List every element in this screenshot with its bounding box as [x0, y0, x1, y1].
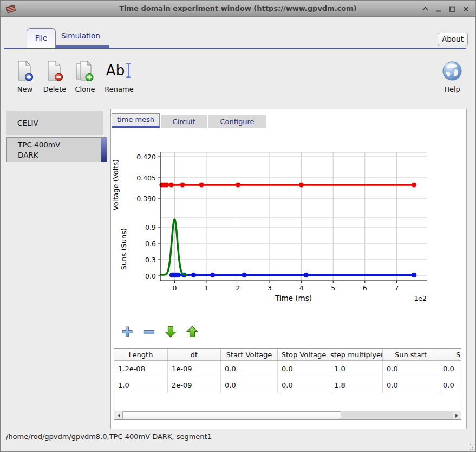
- segment-editor-toolbar: [120, 324, 199, 339]
- new-button[interactable]: New: [12, 60, 37, 93]
- ribbon-tab-simulation[interactable]: Simulation: [61, 31, 100, 40]
- add-segment-icon[interactable]: [120, 324, 134, 339]
- scrollbar-handle[interactable]: [122, 411, 341, 419]
- shade-icon[interactable]: [421, 5, 429, 13]
- table-row: 1.02e-090.00.01.80.00.0: [114, 377, 461, 393]
- svg-text:0: 0: [172, 284, 177, 292]
- close-icon[interactable]: [462, 5, 470, 13]
- scroll-right-icon[interactable]: [453, 411, 461, 419]
- titlebar[interactable]: Time domain experiment window (https://w…: [1, 1, 475, 17]
- resize-grip[interactable]: [470, 444, 471, 445]
- table-cell[interactable]: 0.0: [383, 361, 439, 377]
- maximize-icon[interactable]: [448, 5, 457, 13]
- table-body: 1.2e-081e-090.00.01.00.00.01.02e-090.00.…: [114, 361, 461, 393]
- svg-text:4: 4: [299, 284, 304, 292]
- column-header: Start Voltage: [221, 349, 278, 360]
- clone-button[interactable]: Clone: [71, 60, 99, 93]
- svg-text:2: 2: [236, 284, 240, 292]
- rename-button[interactable]: Ab Rename: [102, 60, 136, 93]
- horizontal-scrollbar[interactable]: [114, 411, 461, 419]
- window-title: Time domain experiment window (https://w…: [1, 1, 475, 17]
- new-label: New: [12, 85, 37, 93]
- svg-text:0.420: 0.420: [136, 153, 156, 161]
- svg-text:1e2: 1e2: [414, 294, 427, 302]
- remove-segment-icon[interactable]: [142, 324, 156, 339]
- table-cell[interactable]: 1e-09: [168, 361, 221, 377]
- delete-button[interactable]: Delete: [41, 60, 69, 93]
- move-up-icon[interactable]: [185, 324, 199, 339]
- ribbon-tab-file[interactable]: File: [27, 28, 56, 48]
- about-button[interactable]: About: [438, 33, 468, 46]
- svg-text:Suns (Suns): Suns (Suns): [120, 228, 128, 270]
- help-label: Help: [439, 85, 465, 93]
- svg-text:0.405: 0.405: [136, 174, 156, 182]
- selection-strip: [101, 138, 107, 162]
- app-window: Time domain experiment window (https://w…: [0, 0, 476, 452]
- svg-text:5: 5: [331, 284, 335, 292]
- table-cell[interactable]: 1.8: [330, 377, 383, 393]
- svg-text:0.9: 0.9: [145, 223, 156, 231]
- document-copy-icon: [71, 60, 99, 85]
- column-header: Stop Voltage: [278, 349, 330, 360]
- table-cell[interactable]: 0.0: [221, 361, 278, 377]
- rename-cursor-icon: Ab: [102, 60, 136, 85]
- column-header: step multiplyer: [330, 349, 383, 360]
- table-cell[interactable]: 1.0: [330, 361, 383, 377]
- svg-text:0.6: 0.6: [145, 240, 156, 248]
- time-mesh-chart: 0.3900.4050.420Voltage (Volts)0.00.30.60…: [112, 131, 460, 318]
- clone-label: Clone: [71, 85, 99, 93]
- table-cell[interactable]: 1.0: [114, 377, 168, 393]
- table-cell[interactable]: 1.2e-08: [114, 361, 168, 377]
- table-cell[interactable]: 0.0: [439, 377, 461, 393]
- document-add-icon: [12, 60, 37, 85]
- status-path: /home/rod/gpvdm/gpvdm8.0,TPC 400mV DARK,…: [6, 432, 212, 441]
- delete-label: Delete: [41, 85, 69, 93]
- ribbon-divider: [4, 48, 466, 49]
- svg-text:Time (ms): Time (ms): [275, 294, 312, 302]
- column-header: Length: [114, 349, 168, 360]
- globe-icon: [439, 60, 465, 85]
- column-header: Sun start: [383, 349, 439, 360]
- table-row: 1.2e-081e-090.00.01.00.00.0: [114, 361, 461, 377]
- tab-configure[interactable]: Configure: [208, 115, 266, 128]
- tab-circuit[interactable]: Circuit: [161, 115, 207, 128]
- document-remove-icon: [41, 60, 69, 85]
- column-header: dt: [168, 349, 221, 360]
- table-cell[interactable]: 0.0: [278, 377, 330, 393]
- rename-label: Rename: [102, 85, 136, 93]
- column-header: Sun stop: [439, 349, 461, 360]
- svg-text:0.0: 0.0: [145, 272, 156, 280]
- table-cell[interactable]: 0.0: [221, 377, 278, 393]
- experiment-panel: time mesh Circuit Configure 0.3900.4050.…: [110, 109, 467, 429]
- table-cell[interactable]: 2e-09: [168, 377, 221, 393]
- minimize-icon[interactable]: [435, 5, 443, 13]
- experiment-item-celiv[interactable]: CELIV: [6, 111, 103, 135]
- help-button[interactable]: Help: [439, 60, 465, 93]
- svg-text:7: 7: [394, 284, 399, 292]
- table-cell[interactable]: 0.0: [278, 361, 330, 377]
- svg-text:6: 6: [363, 284, 367, 292]
- experiment-item-tpc-400mv-dark[interactable]: TPC 400mV DARK: [6, 137, 107, 162]
- svg-text:1: 1: [204, 284, 208, 292]
- table-header-row: LengthdtStart VoltageStop Voltagestep mu…: [114, 349, 461, 361]
- time-mesh-table: LengthdtStart VoltageStop Voltagestep mu…: [114, 348, 461, 420]
- tab-time-mesh[interactable]: time mesh: [112, 113, 160, 128]
- svg-text:3: 3: [268, 284, 272, 292]
- svg-text:0.3: 0.3: [145, 256, 156, 264]
- svg-text:Voltage (Volts): Voltage (Volts): [112, 159, 120, 210]
- scroll-left-icon[interactable]: [114, 411, 122, 419]
- move-down-icon[interactable]: [164, 324, 178, 339]
- svg-text:0.390: 0.390: [136, 195, 156, 203]
- table-cell[interactable]: 0.0: [383, 377, 439, 393]
- table-cell[interactable]: 0.0: [439, 361, 461, 377]
